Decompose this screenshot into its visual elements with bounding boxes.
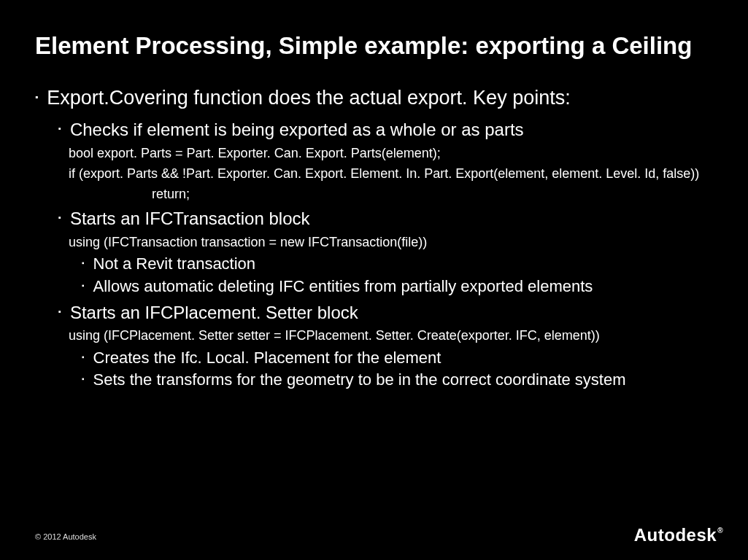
bullet-text: Sets the transforms for the geometry to … xyxy=(93,370,626,391)
bullet-level-2: ▪ Checks if element is being exported as… xyxy=(58,118,713,141)
code-line: if (export. Parts && !Part. Exporter. Ca… xyxy=(69,165,713,182)
bullet-text: Starts an IFCPlacement. Setter block xyxy=(70,301,358,324)
bullet-marker-icon: ▪ xyxy=(58,214,61,222)
logo-text: Autodesk xyxy=(634,525,717,545)
bullet-marker-icon: ▪ xyxy=(58,308,61,316)
bullet-level-1: ▪ Export.Covering function does the actu… xyxy=(35,85,713,111)
slide-title: Element Processing, Simple example: expo… xyxy=(35,31,713,61)
slide: Element Processing, Simple example: expo… xyxy=(0,0,748,560)
bullet-marker-icon: ▪ xyxy=(58,125,61,133)
bullet-level-3: ▪ Creates the Ifc. Local. Placement for … xyxy=(82,348,713,369)
code-line: using (IFCPlacement. Setter setter = IFC… xyxy=(69,327,713,344)
code-line: using (IFCTransaction transaction = new … xyxy=(69,233,713,251)
code-line: bool export. Parts = Part. Exporter. Can… xyxy=(69,144,713,162)
code-line: return; xyxy=(152,185,713,203)
bullet-level-3: ▪ Not a Revit transaction xyxy=(82,254,713,275)
bullet-text: Creates the Ifc. Local. Placement for th… xyxy=(93,348,442,369)
registered-icon: ® xyxy=(717,526,723,534)
bullet-level-3: ▪ Sets the transforms for the geometry t… xyxy=(82,370,713,391)
autodesk-logo: Autodesk ® xyxy=(634,525,723,545)
bullet-text: Starts an IFCTransaction block xyxy=(70,207,310,230)
bullet-level-2: ▪ Starts an IFCPlacement. Setter block xyxy=(58,301,713,324)
bullet-text: Not a Revit transaction xyxy=(93,254,256,275)
bullet-level-2: ▪ Starts an IFCTransaction block xyxy=(58,207,713,230)
bullet-marker-icon: ▪ xyxy=(35,93,38,101)
bullet-marker-icon: ▪ xyxy=(82,260,85,267)
bullet-level-3: ▪ Allows automatic deleting IFC entities… xyxy=(82,276,713,298)
bullet-text: Export.Covering function does the actual… xyxy=(47,85,570,111)
bullet-text: Allows automatic deleting IFC entities f… xyxy=(93,276,593,298)
bullet-marker-icon: ▪ xyxy=(82,376,85,383)
copyright-text: © 2012 Autodesk xyxy=(35,532,96,541)
bullet-marker-icon: ▪ xyxy=(82,282,85,289)
bullet-marker-icon: ▪ xyxy=(82,354,85,361)
bullet-text: Checks if element is being exported as a… xyxy=(70,118,524,141)
